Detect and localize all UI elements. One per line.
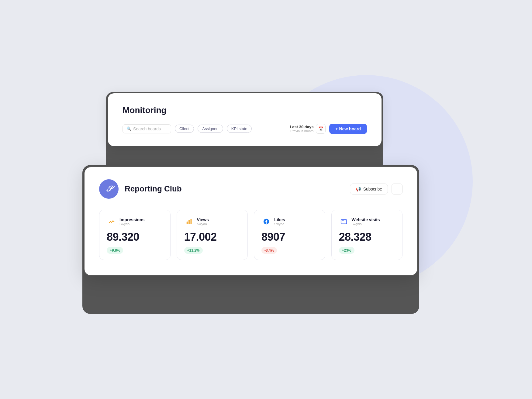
reporting-club-card: 𝒮 Reporting Club 📢 Subscribe ⋮ Impressio… xyxy=(84,166,418,276)
metric-source: Swydo xyxy=(119,222,144,226)
svg-rect-0 xyxy=(186,222,188,224)
brand-avatar: 𝒮 xyxy=(99,179,119,199)
date-label: Last 30 days Previous month xyxy=(290,125,313,133)
metric-source: Swydo xyxy=(274,222,285,226)
date-main-label: Last 30 days xyxy=(290,125,313,129)
date-sub-label: Previous month xyxy=(290,129,313,133)
metric-badge: +9.8% xyxy=(107,247,123,254)
metrics-grid: Impressions Swydo 89.320 +9.8% Views Swy… xyxy=(99,210,402,260)
metric-header: Likes Swydo xyxy=(261,217,318,226)
metric-icon-1 xyxy=(184,217,194,226)
monitoring-card: Monitoring 🔍 Search boards Client Assign… xyxy=(108,93,382,146)
monitoring-toolbar: 🔍 Search boards Client Assignee KPI stat… xyxy=(123,124,367,134)
metric-name: Impressions xyxy=(119,217,144,222)
kpi-state-filter[interactable]: KPI state xyxy=(227,125,252,133)
metric-source: Swydo xyxy=(197,222,209,226)
scene: Monitoring 🔍 Search boards Client Assign… xyxy=(84,63,448,336)
metric-header: Views Swydo xyxy=(184,217,240,226)
monitoring-title: Monitoring xyxy=(123,105,367,115)
metric-icon-3 xyxy=(339,217,349,226)
metric-card: Impressions Swydo 89.320 +9.8% xyxy=(99,210,171,260)
client-filter[interactable]: Client xyxy=(175,125,194,133)
metric-icon-2 xyxy=(261,217,271,226)
metric-card: Website visits Swydo 28.328 +23% xyxy=(331,210,403,260)
search-icon: 🔍 xyxy=(126,126,131,131)
more-options-button[interactable]: ⋮ xyxy=(392,184,402,194)
brand-initial: 𝒮 xyxy=(106,184,112,194)
metric-badge: -3.4% xyxy=(261,247,277,254)
metric-name: Website visits xyxy=(352,217,380,222)
svg-point-5 xyxy=(342,220,343,220)
new-board-button[interactable]: + New board xyxy=(329,124,367,134)
metric-name: Likes xyxy=(274,217,285,222)
card-actions: 📢 Subscribe ⋮ xyxy=(350,184,402,194)
metric-value: 8907 xyxy=(261,231,318,243)
metric-source: Swydo xyxy=(352,222,380,226)
metric-badge: +23% xyxy=(339,247,354,254)
svg-point-6 xyxy=(343,220,344,220)
metric-header: Website visits Swydo xyxy=(339,217,395,226)
card-header: 𝒮 Reporting Club 📢 Subscribe ⋮ xyxy=(99,179,402,199)
date-selector: Last 30 days Previous month 📅 xyxy=(290,124,326,134)
metric-value: 89.320 xyxy=(107,231,163,243)
toolbar-right: Last 30 days Previous month 📅 + New boar… xyxy=(290,124,367,134)
assignee-filter[interactable]: Assignee xyxy=(198,125,223,133)
megaphone-icon: 📢 xyxy=(356,187,361,191)
calendar-button[interactable]: 📅 xyxy=(316,124,326,134)
metric-icon-0 xyxy=(107,217,116,226)
brand-name: Reporting Club xyxy=(125,184,182,194)
metric-card: Likes Swydo 8907 -3.4% xyxy=(254,210,325,260)
search-box[interactable]: 🔍 Search boards xyxy=(123,124,171,133)
metric-value: 28.328 xyxy=(339,231,395,243)
svg-rect-1 xyxy=(188,220,190,224)
metric-card: Views Swydo 17.002 +11.2% xyxy=(177,210,248,260)
svg-rect-2 xyxy=(190,219,192,224)
subscribe-button[interactable]: 📢 Subscribe xyxy=(350,184,388,194)
metric-header: Impressions Swydo xyxy=(107,217,163,226)
metric-badge: +11.2% xyxy=(184,247,203,254)
metric-value: 17.002 xyxy=(184,231,240,243)
search-boards-placeholder: Search boards xyxy=(133,126,161,131)
svg-rect-4 xyxy=(341,219,346,224)
metric-name: Views xyxy=(197,217,209,222)
